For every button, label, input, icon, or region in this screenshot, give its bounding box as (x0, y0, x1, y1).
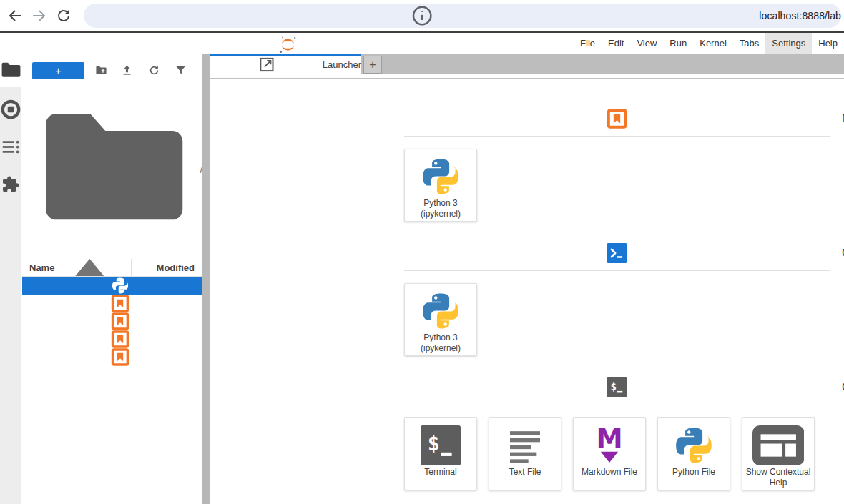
svg-text:$: $ (428, 432, 440, 455)
file-browser-panel: + / Name Modified client_app_creds.py2h … (22, 54, 202, 504)
section-header-notebook: Notebook (404, 109, 830, 129)
terminal-icon: $ (421, 425, 461, 465)
python-logo (421, 157, 461, 197)
refresh-icon (148, 64, 160, 76)
jupyter-menubar: FileEditViewRunKernelTabsSettingsHelp (0, 33, 844, 54)
svg-text:$: $ (610, 381, 616, 392)
launcher-card-markdown-file[interactable]: MMarkdown File (573, 417, 646, 490)
column-header-modified[interactable]: Modified (132, 262, 202, 273)
new-folder-icon (95, 64, 107, 76)
launcher-section-notebook: NotebookPython 3 (ipykernel) (404, 109, 830, 222)
sidebar-tab-file-browser[interactable] (0, 54, 22, 87)
toc-icon (0, 131, 21, 164)
tab-launcher-label: Launcher (323, 59, 361, 70)
menu-kernel[interactable]: Kernel (693, 33, 733, 54)
card-label: Show Contextual Help (742, 467, 814, 488)
launcher-card-python-3-ipykernel-[interactable]: Python 3 (ipykernel) (404, 283, 477, 356)
markdown-icon: M (589, 425, 629, 465)
launcher-card-terminal[interactable]: $Terminal (404, 417, 477, 490)
markdown-icon: M (589, 425, 629, 465)
jupyterlab-browser-window: localhost:8888/lab FileEditViewRunKernel… (0, 0, 844, 504)
name-column-label: Name (29, 262, 54, 273)
refresh-file-list-button[interactable] (148, 64, 160, 76)
card-label: Python 3 (ipykernel) (405, 198, 476, 219)
menu-view[interactable]: View (630, 33, 663, 54)
section-divider (404, 405, 830, 405)
new-folder-button[interactable] (95, 64, 107, 76)
section-divider (404, 270, 830, 271)
python-file-icon (30, 277, 210, 295)
sidebar-tab-running-sessions[interactable] (0, 93, 21, 126)
card-label: Markdown File (579, 467, 640, 478)
dock-tab-bar: Launcher + (210, 54, 844, 74)
notebook-icon (404, 109, 830, 129)
file-row[interactable]: Untitled.ipynb21h ago (22, 330, 202, 348)
forward-arrow-icon (31, 7, 48, 24)
folder-icon (0, 54, 22, 87)
launcher-section-other: $Other$TerminalText FileMMarkdown FilePy… (404, 377, 830, 490)
file-row[interactable]: Untitled1.ipynb3h ago (22, 348, 202, 366)
python-logo (421, 291, 461, 331)
column-header-name[interactable]: Name (22, 259, 132, 276)
url-text: localhost:8888/lab (759, 10, 841, 21)
sort-ascending-icon (54, 259, 125, 276)
terminal-icon: $ (421, 425, 461, 465)
address-bar[interactable]: localhost:8888/lab (84, 4, 841, 28)
jupyter-logo-icon (6, 34, 569, 55)
card-label: Text File (506, 467, 544, 478)
contextual-help-icon (752, 425, 804, 465)
section-header-console: Console (404, 243, 830, 263)
launcher-card-python-file[interactable]: Python File (657, 417, 730, 490)
browser-back-button[interactable] (6, 7, 24, 24)
menu-help[interactable]: Help (812, 33, 844, 54)
upload-files-button[interactable] (121, 64, 133, 76)
filter-files-button[interactable] (175, 64, 187, 76)
notebook-file-icon (30, 312, 210, 330)
sidebar-tab-extension-manager[interactable] (0, 169, 21, 202)
section-cards: $TerminalText FileMMarkdown FilePython F… (404, 417, 830, 490)
file-browser-toolbar: + (22, 54, 202, 79)
notebook-file-icon (30, 330, 210, 348)
launcher-icon (216, 56, 318, 74)
card-label: Python 3 (ipykernel) (405, 332, 476, 354)
new-tab-button[interactable]: + (363, 56, 382, 74)
menu-tabs[interactable]: Tabs (733, 33, 765, 54)
site-info-icon[interactable] (92, 4, 752, 28)
notebook-file-icon (30, 348, 210, 366)
menu-run[interactable]: Run (663, 33, 693, 54)
upload-icon (121, 64, 133, 76)
breadcrumb[interactable]: / (22, 79, 202, 257)
main-dock: Launcher + NotebookPython 3 (ipykernel)C… (210, 54, 844, 504)
tab-launcher[interactable]: Launcher (210, 54, 361, 74)
file-list: client_app_creds.py2h agoInitiating a Tr… (22, 277, 202, 366)
launcher-card-text-file[interactable]: Text File (489, 417, 561, 490)
console-icon (404, 243, 830, 263)
launcher-card-show-contextual-help[interactable]: Show Contextual Help (742, 417, 815, 490)
file-row[interactable]: client_app_creds.py2h ago (22, 277, 202, 295)
file-row[interactable]: Initiating a Transfe...1h ago (22, 312, 202, 330)
new-launcher-button[interactable]: + (32, 62, 84, 79)
python-logo (421, 157, 461, 197)
browser-forward-button[interactable] (31, 7, 48, 24)
card-label: Python File (669, 467, 718, 478)
python-logo (421, 291, 461, 331)
left-activity-bar (0, 54, 21, 504)
menu-settings[interactable]: Settings (765, 33, 812, 54)
launcher-card-python-3-ipykernel-[interactable]: Python 3 (ipykernel) (404, 149, 477, 222)
section-cards: Python 3 (ipykernel) (404, 283, 830, 356)
menu-edit[interactable]: Edit (602, 33, 630, 54)
browser-reload-button[interactable] (55, 7, 72, 24)
text-lines-icon (505, 425, 545, 465)
python-logo (674, 425, 714, 465)
panel-splitter[interactable] (202, 54, 210, 504)
card-label: Terminal (421, 467, 459, 478)
menu-file[interactable]: File (574, 33, 602, 54)
sidebar-tab-table-of-contents[interactable] (0, 131, 21, 164)
browser-toolbar: localhost:8888/lab (0, 0, 844, 31)
section-header-other: $Other (404, 377, 830, 397)
file-row[interactable]: Initiating a Transfe...1h ago (22, 295, 202, 312)
python-logo (674, 425, 714, 465)
dock-toolbar-gap (210, 74, 844, 79)
svg-text:M: M (596, 425, 622, 454)
running-icon (0, 93, 21, 126)
